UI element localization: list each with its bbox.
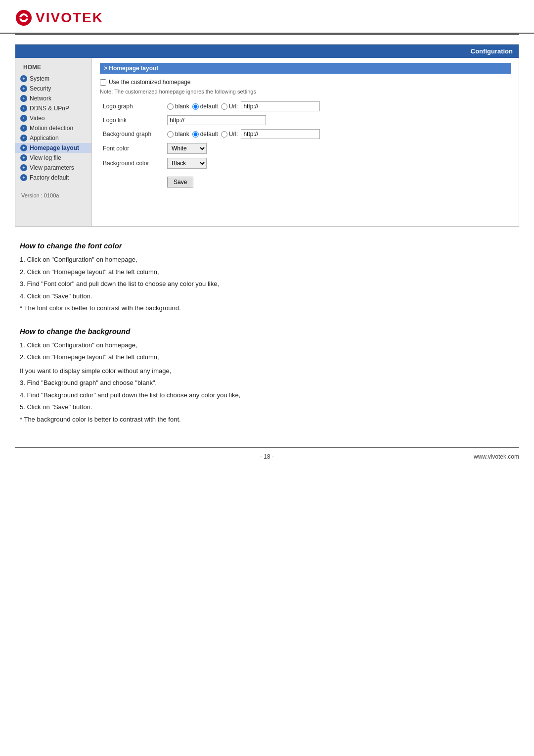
sidebar-bullet-security: + [20, 85, 27, 92]
svg-rect-3 [17, 17, 30, 19]
sidebar-home-label: HOME [15, 62, 91, 74]
sidebar-bullet-ddns: + [20, 105, 27, 112]
content-wrapper: Configuration HOME + System + Security +… [0, 35, 534, 447]
font-color-controls: White Black Red Blue Green [164, 141, 511, 156]
sidebar-label-view-params: View parameters [30, 164, 74, 171]
bg-default-text: default [200, 131, 218, 138]
doc-s2-step2-2: 4. Find "Background color" and pull down… [20, 390, 514, 400]
page-header: VIVOTEK [0, 0, 534, 34]
doc-s2-step2-4: * The background color is better to cont… [20, 415, 514, 425]
doc-s1-step-4: 4. Click on "Save" button. [20, 291, 514, 301]
use-customized-row: Use the customized homepage [100, 79, 511, 86]
logo-link-label: Logo link [100, 113, 164, 127]
font-color-label: Font color [100, 141, 164, 156]
doc-section2-note: If you want to display simple color with… [20, 366, 514, 376]
sidebar-bullet-system: + [20, 75, 27, 82]
sidebar-bullet-video: + [20, 115, 27, 122]
page-number: - 18 - [183, 453, 351, 460]
logo-area: VIVOTEK [15, 9, 519, 27]
sidebar-label-motion: Motion detection [30, 125, 73, 132]
logo-default-text: default [200, 103, 218, 110]
logo-graph-radio-group: blank default Url: [167, 101, 508, 111]
sidebar-label-application: Application [30, 135, 59, 142]
sidebar-version: Version : 0100a [15, 187, 91, 200]
sidebar-label-ddns: DDNS & UPnP [30, 105, 69, 112]
doc-s1-step-2: 2. Click on "Homepage layout" at the lef… [20, 267, 514, 277]
sidebar-item-view-log[interactable]: + View log file [15, 153, 91, 163]
sidebar-item-video[interactable]: + Video [15, 113, 91, 123]
logo-graph-row: Logo graph blank default [100, 99, 511, 113]
sidebar-label-video: Video [30, 115, 44, 122]
sidebar-bullet-view-log: + [20, 154, 27, 161]
sidebar-bullet-application: + [20, 135, 27, 142]
sidebar-item-motion[interactable]: + Motion detection [15, 123, 91, 133]
logo-url-label[interactable]: Url: [221, 103, 238, 110]
bg-blank-label[interactable]: blank [167, 131, 189, 138]
sidebar-label-network: Network [30, 95, 51, 102]
save-button[interactable]: Save [167, 177, 193, 188]
doc-s1-step-3: 3. Find "Font color" and pull down the l… [20, 279, 514, 289]
logo-default-radio[interactable] [192, 103, 199, 110]
bg-url-radio[interactable] [221, 131, 227, 138]
main-panel: > Homepage layout Use the customized hom… [92, 58, 519, 226]
config-body: HOME + System + Security + Network + DDN… [15, 58, 519, 226]
logo-default-label[interactable]: default [192, 103, 218, 110]
logo-url-radio[interactable] [221, 103, 227, 110]
doc-section2-list1: 1. Click on "Configuration" on homepage,… [20, 340, 514, 362]
note-text: Note: The customerized homepage ignores … [100, 89, 511, 94]
sidebar: HOME + System + Security + Network + DDN… [15, 58, 92, 226]
use-customized-checkbox[interactable] [100, 79, 106, 86]
bg-graph-radio-group: blank default Url: [167, 129, 508, 139]
doc-s2-step-1: 1. Click on "Configuration" on homepage, [20, 340, 514, 350]
sidebar-item-network[interactable]: + Network [15, 94, 91, 103]
save-row: Save [100, 171, 511, 189]
doc-s1-step-1: 1. Click on "Configuration" on homepage, [20, 255, 514, 265]
sidebar-item-application[interactable]: + Application [15, 133, 91, 143]
sidebar-bullet-motion: + [20, 125, 27, 132]
form-table: Logo graph blank default [100, 99, 511, 189]
bg-graph-controls: blank default Url: [164, 127, 511, 141]
sidebar-label-homepage: Homepage layout [30, 144, 79, 151]
font-color-select[interactable]: White Black Red Blue Green [167, 143, 207, 154]
sidebar-item-ddns[interactable]: + DDNS & UPnP [15, 103, 91, 113]
logo-blank-label[interactable]: blank [167, 103, 189, 110]
config-panel: Configuration HOME + System + Security +… [15, 44, 519, 227]
logo-blank-radio[interactable] [167, 103, 174, 110]
bg-color-select[interactable]: Black White Red Blue Green [167, 158, 207, 169]
website-url: www.vivotek.com [351, 453, 519, 460]
doc-s1-step-5: * The font color is better to contrast w… [20, 303, 514, 313]
bg-url-label[interactable]: Url: [221, 131, 238, 138]
bg-url-text: Url: [229, 131, 238, 138]
vivotek-logo-icon [15, 9, 33, 27]
bg-blank-text: blank [175, 131, 189, 138]
sidebar-item-view-params[interactable]: + View parameters [15, 163, 91, 173]
use-customized-label[interactable]: Use the customized homepage [109, 79, 190, 86]
logo-link-input[interactable] [167, 115, 266, 125]
footer: - 18 - www.vivotek.com [0, 448, 534, 465]
sidebar-bullet-network: + [20, 95, 27, 102]
doc-s2-step-2: 2. Click on "Homepage layout" at the lef… [20, 352, 514, 362]
bg-default-radio[interactable] [192, 131, 199, 138]
logo-url-input[interactable] [241, 101, 320, 111]
doc-section1-list: 1. Click on "Configuration" on homepage,… [20, 255, 514, 313]
doc-section1-heading: How to change the font color [20, 241, 514, 250]
bg-graph-label: Background graph [100, 127, 164, 141]
logo-url-text: Url: [229, 103, 238, 110]
sidebar-item-security[interactable]: + Security [15, 84, 91, 94]
doc-section2-heading: How to change the background [20, 327, 514, 335]
sidebar-bullet-homepage: + [20, 144, 27, 151]
sidebar-label-security: Security [30, 85, 51, 92]
sidebar-item-factory-default[interactable]: + Factory default [15, 173, 91, 183]
bg-url-input[interactable] [241, 129, 320, 139]
logo-graph-label: Logo graph [100, 99, 164, 113]
bg-blank-radio[interactable] [167, 131, 174, 138]
bg-default-label[interactable]: default [192, 131, 218, 138]
logo-graph-controls: blank default Url: [164, 99, 511, 113]
config-header: Configuration [15, 45, 519, 58]
doc-s2-step2-3: 5. Click on "Save" button. [20, 402, 514, 412]
bg-color-label: Background color [100, 156, 164, 171]
sidebar-item-homepage-layout[interactable]: + Homepage layout [15, 143, 91, 153]
sidebar-item-system[interactable]: + System [15, 74, 91, 84]
bg-color-row: Background color Black White Red Blue Gr… [100, 156, 511, 171]
sidebar-bullet-view-params: + [20, 164, 27, 171]
